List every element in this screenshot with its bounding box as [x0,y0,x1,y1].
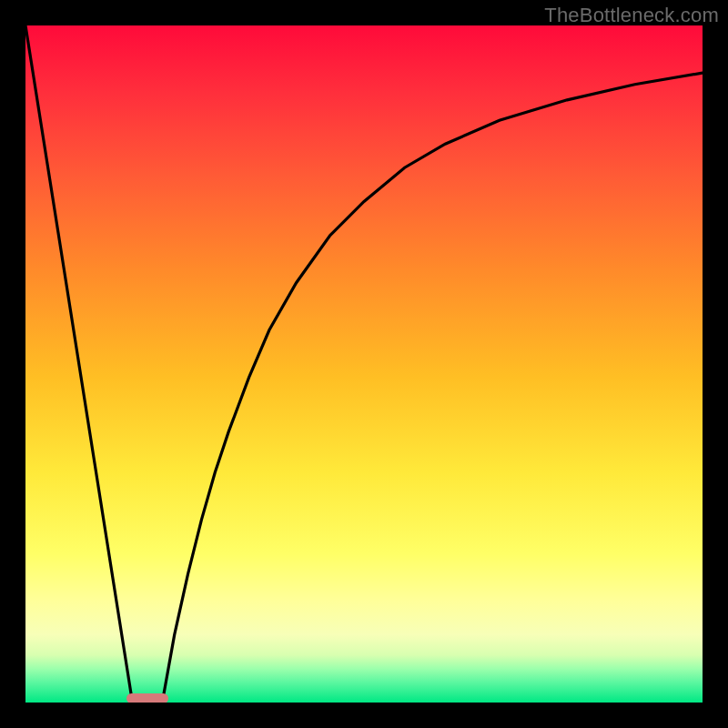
series-group [25,25,703,703]
bottleneck-marker [126,693,168,703]
right-rising-curve [162,73,703,703]
curve-layer [25,25,703,703]
watermark-text: TheBottleneck.com [544,4,719,27]
left-falling-line [25,25,133,703]
chart-frame: TheBottleneck.com [0,0,728,728]
plot-area [25,25,703,703]
